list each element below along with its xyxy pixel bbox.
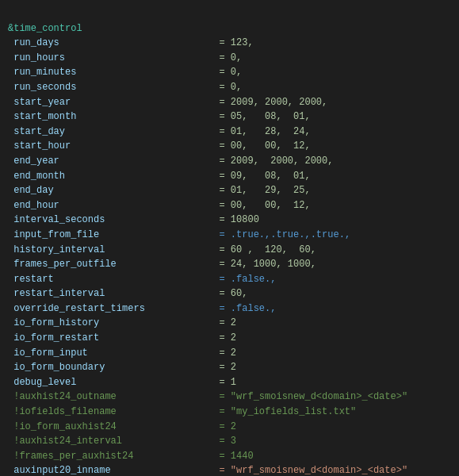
- code-line: input_from_file = .true.,.true.,.true.,: [8, 228, 451, 243]
- code-key: run_days: [8, 37, 219, 48]
- code-line: io_form_history = 2: [8, 316, 451, 331]
- code-key: restart_interval: [8, 288, 219, 299]
- code-line: start_day = 01, 28, 24,: [8, 125, 451, 140]
- code-key: restart: [8, 274, 219, 285]
- code-key: auxinput20_inname: [8, 465, 219, 476]
- code-line: run_hours = 0,: [8, 51, 451, 66]
- code-value: = 00, 00, 12,: [219, 140, 310, 152]
- code-key: override_restart_timers: [8, 303, 219, 314]
- code-line: end_month = 09, 08, 01,: [8, 169, 451, 184]
- code-line: io_form_boundary = 2: [8, 360, 451, 375]
- code-value: = 09, 08, 01,: [219, 171, 310, 182]
- code-line: history_interval = 60 , 120, 60,: [8, 243, 451, 258]
- code-line: end_year = 2009, 2000, 2000,: [8, 154, 451, 169]
- code-value: = 2: [219, 332, 236, 344]
- code-value: = 123,: [219, 37, 253, 48]
- code-value: = 1: [219, 377, 236, 388]
- code-value: = 2009, 2000, 2000,: [219, 155, 333, 167]
- code-key: start_hour: [8, 140, 219, 152]
- code-line: frames_per_outfile = 24, 1000, 1000,: [8, 257, 451, 272]
- code-key: end_day: [8, 185, 219, 196]
- code-line: debug_level = 1: [8, 375, 451, 390]
- code-key: io_form_input: [8, 347, 219, 359]
- code-value: = 24, 1000, 1000,: [219, 259, 316, 270]
- code-key: history_interval: [8, 244, 219, 255]
- code-value: = 05, 08, 01,: [219, 111, 310, 122]
- code-value: = 00, 00, 12,: [219, 200, 310, 211]
- code-value: = 2: [219, 317, 236, 328]
- code-line: !auxhist24_interval = 3: [8, 434, 451, 449]
- code-value: = 60 , 120, 60,: [219, 244, 316, 255]
- code-line: run_minutes = 0,: [8, 65, 451, 80]
- code-line: run_days = 123,: [8, 36, 451, 51]
- code-key: end_month: [8, 171, 219, 182]
- code-line: start_year = 2009, 2000, 2000,: [8, 95, 451, 110]
- code-line: !frames_per_auxhist24 = 1440: [8, 449, 451, 464]
- code-key: run_minutes: [8, 67, 219, 78]
- code-line: !io_form_auxhist24 = 2: [8, 420, 451, 435]
- code-line: start_hour = 00, 00, 12,: [8, 139, 451, 154]
- code-line: restart_interval = 60,: [8, 286, 451, 301]
- code-key: input_from_file: [8, 229, 219, 240]
- code-key: io_form_boundary: [8, 362, 219, 373]
- code-key: start_day: [8, 126, 219, 137]
- code-value: = 60,: [219, 288, 247, 299]
- code-line: override_restart_timers = .false.,: [8, 301, 451, 317]
- code-key: run_seconds: [8, 82, 219, 93]
- code-line: end_day = 01, 29, 25,: [8, 183, 451, 198]
- code-key: debug_level: [8, 377, 219, 388]
- code-value: = .false.,: [219, 303, 276, 314]
- code-viewer: &time_control run_days = 123, run_hours …: [0, 0, 459, 476]
- code-key: start_year: [8, 97, 219, 108]
- code-line: !iofields_filename = "my_iofields_list.t…: [8, 405, 451, 420]
- code-line: interval_seconds = 10800: [8, 213, 451, 228]
- code-key: end_hour: [8, 200, 219, 211]
- code-value: = 01, 29, 25,: [219, 185, 310, 196]
- code-line: restart = .false.,: [8, 272, 451, 287]
- code-value: = 0,: [219, 52, 242, 63]
- code-value: = 2009, 2000, 2000,: [219, 97, 327, 108]
- code-value: = 2: [219, 347, 236, 359]
- code-line: start_month = 05, 08, 01,: [8, 109, 451, 125]
- code-line: auxinput20_inname = "wrf_smoisnew_d<doma…: [8, 463, 451, 476]
- code-value: = "wrf_smoisnew_d<domain>_<date>": [219, 465, 407, 476]
- code-key: io_form_history: [8, 317, 219, 328]
- code-line: &time_control: [8, 21, 451, 36]
- code-line: !auxhist24_outname = "wrf_smoisnew_d<dom…: [8, 390, 451, 405]
- code-key: frames_per_outfile: [8, 259, 219, 270]
- code-value: = .false.,: [219, 274, 276, 285]
- code-value: = 01, 28, 24,: [219, 126, 310, 137]
- code-value: = 0,: [219, 82, 242, 93]
- code-line: run_seconds = 0,: [8, 80, 451, 95]
- code-line: end_hour = 00, 00, 12,: [8, 198, 451, 213]
- code-value: = 10800: [219, 214, 258, 225]
- code-line: io_form_input = 2: [8, 346, 451, 361]
- code-value: = .true.,.true.,.true.,: [219, 229, 350, 240]
- code-value: = 2: [219, 362, 236, 373]
- code-key: interval_seconds: [8, 214, 219, 225]
- code-key: start_month: [8, 111, 219, 122]
- code-value: = 0,: [219, 67, 242, 78]
- code-key: run_hours: [8, 52, 219, 63]
- code-line: io_form_restart = 2: [8, 331, 451, 346]
- code-key: end_year: [8, 155, 219, 167]
- code-key: io_form_restart: [8, 332, 219, 344]
